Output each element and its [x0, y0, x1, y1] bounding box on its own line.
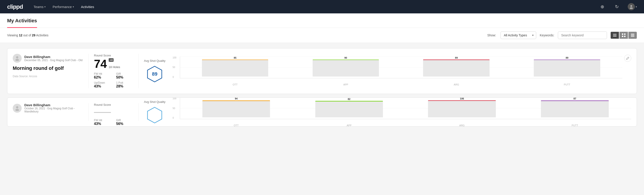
nav-performance[interactable]: Performance ▾	[53, 3, 74, 10]
bar-label: PUTT	[512, 83, 622, 86]
score-sub: +4 18 Holes	[109, 58, 120, 69]
svg-rect-10	[631, 34, 634, 35]
bar-label: OTT	[180, 124, 293, 126]
navbar: clippd Teams ▾ Performance ▾ Activities …	[0, 0, 644, 14]
viewing-count-text: Viewing 12 out of 29 Activities	[7, 34, 484, 37]
card-stats: Round Score 74 +4 18 Holes FW Hit 62% GI…	[94, 54, 138, 88]
user-name: Dave Billingham	[24, 55, 82, 59]
bar-label: OTT	[180, 83, 290, 86]
view-grid-button[interactable]	[620, 32, 628, 39]
bar-value: 82	[348, 98, 350, 100]
svg-rect-12	[631, 36, 634, 37]
hex-score: 89	[152, 71, 157, 77]
bar-group: 89	[512, 56, 622, 76]
svg-point-16	[16, 106, 18, 108]
round-score: 74 +4 18 Holes	[94, 58, 133, 70]
user-name: Dave Billingham	[24, 103, 83, 107]
score-line: ——	[94, 107, 111, 117]
svg-point-14	[16, 59, 19, 61]
fw-hit-label: FW Hit	[94, 119, 111, 122]
activity-card: Dave Billingham December 05, 2021 · Gog …	[7, 48, 637, 94]
bar-value: 87	[574, 98, 576, 100]
search-input[interactable]	[558, 32, 607, 39]
hexagon: 89	[146, 65, 164, 83]
svg-point-17	[16, 109, 19, 111]
avg-shot-quality-label: Avg Shot Quality	[144, 100, 166, 104]
card-stats: Round Score —— FW Hit 43% GIR 56%	[94, 103, 138, 121]
bar-body	[202, 101, 270, 117]
edit-section	[624, 54, 631, 88]
fw-hit-label: FW Hit	[94, 72, 111, 76]
user-info: Dave Billingham December 05, 2021 · Gog …	[13, 54, 83, 63]
bar-group: 94	[180, 98, 293, 117]
bar-body	[313, 60, 379, 76]
performance-chevron-icon: ▾	[73, 6, 74, 8]
keywords-label: Keywords:	[540, 34, 554, 37]
activity-type-select-wrap: All Activity Types	[500, 32, 536, 39]
user-menu-button[interactable]: ▾	[628, 3, 637, 10]
svg-point-1	[630, 7, 633, 9]
logo[interactable]: clippd	[7, 3, 23, 10]
view-list-detail-button[interactable]	[628, 32, 637, 39]
teams-chevron-icon: ▾	[44, 6, 46, 8]
activity-type-select[interactable]: All Activity Types	[500, 32, 536, 39]
bar-body	[202, 60, 268, 76]
bar-label: APP	[292, 124, 406, 126]
logo-white: d	[20, 3, 23, 10]
bar-body	[534, 60, 600, 76]
edit-button[interactable]	[624, 55, 631, 62]
svg-rect-3	[613, 35, 616, 36]
data-source: Data Source: Arccos	[13, 75, 83, 78]
mini-stats: FW Hit 62% GIR 50% Up/Down 43% 1 Putt 28…	[94, 72, 133, 88]
bar-label: ARG	[406, 124, 518, 126]
card-quality: Avg Shot Quality 89 10050085908989OTTAPP…	[144, 54, 622, 88]
bar-chart: 100500948210687OTTAPPARGPUTT	[173, 98, 631, 126]
updown-value: 43%	[94, 84, 111, 88]
bar-label: ARG	[401, 83, 512, 86]
score-badge: +4	[109, 58, 114, 62]
activity-title: Morning round of golf	[13, 65, 83, 71]
svg-rect-11	[631, 36, 634, 36]
nav-teams[interactable]: Teams ▾	[34, 3, 46, 10]
svg-rect-7	[622, 36, 623, 37]
bar-group: 106	[406, 98, 518, 117]
svg-rect-6	[624, 34, 626, 35]
bar-value: 106	[460, 98, 464, 100]
bar-body	[541, 101, 609, 117]
show-label: Show:	[487, 34, 496, 37]
bar-label: PUTT	[518, 124, 631, 126]
bar-body	[423, 60, 490, 76]
add-button[interactable]: ⊕	[599, 3, 606, 10]
avatar	[13, 104, 22, 113]
refresh-button[interactable]: ↻	[613, 3, 620, 10]
svg-rect-8	[624, 36, 626, 37]
bar-value: 94	[235, 98, 238, 100]
bar-group: 85	[180, 56, 290, 76]
round-score-label: Round Score	[94, 54, 133, 57]
fw-hit-value: 43%	[94, 122, 111, 126]
shot-quality-wrap: Avg Shot Quality 89	[144, 59, 166, 83]
shot-quality-wrap: Avg Shot Quality	[144, 100, 166, 124]
svg-point-13	[16, 56, 18, 58]
view-list-tight-button[interactable]	[610, 32, 619, 39]
bar-value: 85	[234, 56, 236, 59]
hexagon	[146, 106, 164, 124]
bar-label: APP	[290, 83, 401, 86]
filter-bar: Viewing 12 out of 29 Activities Show: Al…	[0, 28, 644, 43]
svg-rect-9	[631, 34, 634, 34]
user-date: December 05, 2021 · Gog Magog Golf Club …	[24, 59, 82, 62]
logo-red: clipp	[7, 3, 20, 10]
bar-chart: 10050085908989OTTAPPARGPUTT	[173, 56, 622, 86]
page-title: My Activities	[7, 14, 37, 28]
bar-group: 89	[401, 56, 512, 76]
bar-group: 87	[518, 98, 631, 117]
bar-value: 90	[344, 56, 347, 59]
nav-activities[interactable]: Activities	[81, 3, 94, 10]
score-value: 74	[94, 58, 107, 70]
view-toggle	[610, 32, 637, 39]
svg-rect-5	[622, 34, 623, 35]
bar-group: 82	[292, 98, 406, 117]
bar-group: 90	[290, 56, 401, 76]
gir-value: 50%	[116, 76, 133, 80]
activities-content: Dave Billingham December 05, 2021 · Gog …	[0, 43, 644, 136]
